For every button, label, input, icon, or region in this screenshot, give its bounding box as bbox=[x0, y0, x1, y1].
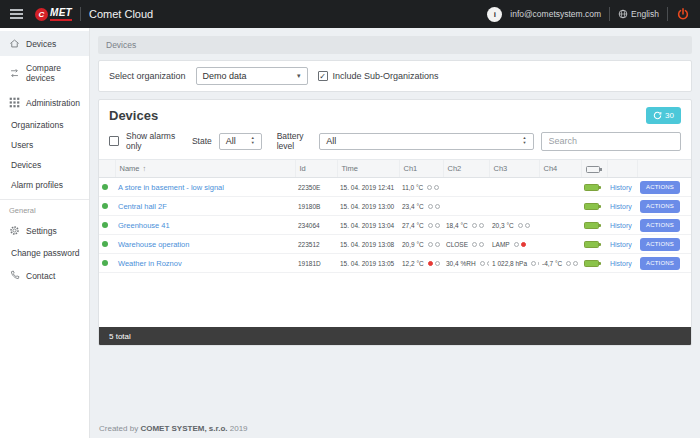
alarm-dot bbox=[428, 261, 433, 266]
topbar-divider bbox=[609, 7, 610, 21]
refresh-countdown: 30 bbox=[665, 111, 674, 120]
channel-cell: 11,0 °C bbox=[399, 178, 443, 197]
history-link[interactable]: History bbox=[610, 260, 632, 267]
state-select[interactable]: All ▲▼ bbox=[219, 133, 262, 150]
device-link[interactable]: Greenhouse 41 bbox=[118, 221, 170, 230]
channel-cell: CLOSE bbox=[443, 235, 489, 254]
alarm-dot bbox=[428, 204, 433, 209]
show-alarms-only-checkbox[interactable] bbox=[109, 136, 119, 146]
table-row: Greenhouse 4123406415. 04. 2019 13:0427,… bbox=[99, 216, 691, 235]
power-icon bbox=[676, 7, 690, 21]
history-link[interactable]: History bbox=[610, 184, 632, 191]
language-selector[interactable]: English bbox=[618, 9, 659, 19]
menu-icon[interactable] bbox=[10, 9, 23, 19]
grid-icon bbox=[9, 97, 20, 108]
devices-panel-title: Devices bbox=[109, 108, 158, 123]
total-bar: 5 total bbox=[99, 327, 691, 345]
history-link[interactable]: History bbox=[610, 222, 632, 229]
name-cell: A store in basement - low signal bbox=[115, 178, 295, 197]
table-row: Warehouse operation22351215. 04. 2019 13… bbox=[99, 235, 691, 254]
battery-icon bbox=[584, 203, 599, 210]
time-cell: 15. 04. 2019 13:05 bbox=[337, 254, 399, 273]
sidebar-item-compare-devices[interactable]: Compare devices bbox=[0, 56, 89, 90]
logo-c-icon: C bbox=[35, 8, 48, 21]
id-column-header: Id bbox=[295, 160, 337, 178]
user-email[interactable]: info@cometsystem.com bbox=[510, 9, 601, 19]
battery-cell bbox=[581, 197, 607, 216]
actions-button[interactable]: ACTIONS bbox=[640, 181, 680, 194]
battery-cell bbox=[581, 254, 607, 273]
sidebar-item-organizations[interactable]: Organizations bbox=[0, 115, 89, 135]
sidebar-item-settings[interactable]: Settings bbox=[0, 218, 89, 243]
sidebar-item-devices[interactable]: Devices bbox=[0, 31, 89, 56]
actions-button[interactable]: ACTIONS bbox=[640, 200, 680, 213]
sidebar-item-alarm-profiles[interactable]: Alarm profiles bbox=[0, 175, 89, 195]
sidebar-item-label: Settings bbox=[26, 226, 57, 236]
battery-icon bbox=[584, 241, 599, 248]
status-cell bbox=[99, 178, 115, 197]
sidebar-item-admin-devices[interactable]: Devices bbox=[0, 155, 89, 175]
time-cell: 15. 04. 2019 13:04 bbox=[337, 216, 399, 235]
channel-cell: -4,7 °C bbox=[539, 254, 581, 273]
channel-cell: LAMP bbox=[489, 235, 539, 254]
channel-cell bbox=[489, 178, 539, 197]
actions-cell: ACTIONS bbox=[637, 216, 691, 235]
actions-button[interactable]: ACTIONS bbox=[640, 238, 680, 251]
channel-cell bbox=[539, 197, 581, 216]
time-cell: 15. 04. 2019 13:00 bbox=[337, 197, 399, 216]
device-link[interactable]: Central hall 2F bbox=[118, 202, 167, 211]
history-cell: History bbox=[607, 235, 637, 254]
time-cell: 15. 04. 2019 13:08 bbox=[337, 235, 399, 254]
sidebar-item-administration[interactable]: Administration bbox=[0, 90, 89, 115]
alarm-dot bbox=[521, 242, 526, 247]
table-header-row: Name↑ Id Time Ch1 Ch2 Ch3 Ch4 bbox=[99, 160, 691, 178]
sidebar-item-change-password[interactable]: Change password bbox=[0, 243, 89, 263]
history-link[interactable]: History bbox=[610, 241, 632, 248]
gear-icon bbox=[9, 225, 20, 236]
alarm-dot bbox=[514, 242, 519, 247]
battery-icon bbox=[584, 184, 599, 191]
alarm-dot bbox=[518, 223, 523, 228]
actions-button[interactable]: ACTIONS bbox=[640, 219, 680, 232]
avatar[interactable]: i bbox=[487, 7, 502, 22]
include-sub-organizations-label: Include Sub-Organizations bbox=[333, 71, 439, 81]
status-dot bbox=[102, 260, 108, 266]
channel-cell: 20,9 °C bbox=[399, 235, 443, 254]
devices-table-body: A store in basement - low signal22350E15… bbox=[99, 178, 691, 273]
table-row: Central hall 2F19180B15. 04. 2019 13:002… bbox=[99, 197, 691, 216]
ch3-column-header: Ch3 bbox=[489, 160, 539, 178]
id-cell: 19181D bbox=[295, 254, 337, 273]
alarm-dot bbox=[428, 223, 433, 228]
sidebar: Devices Compare devices Administration O… bbox=[0, 28, 90, 438]
sidebar-item-users[interactable]: Users bbox=[0, 135, 89, 155]
language-label: English bbox=[631, 9, 659, 19]
history-link[interactable]: History bbox=[610, 203, 632, 210]
sidebar-item-contact[interactable]: Contact bbox=[0, 263, 89, 288]
alarm-dot bbox=[434, 185, 439, 190]
name-column-header[interactable]: Name↑ bbox=[115, 160, 295, 178]
actions-button[interactable]: ACTIONS bbox=[640, 257, 680, 270]
status-dot bbox=[102, 241, 108, 247]
device-link[interactable]: A store in basement - low signal bbox=[118, 183, 224, 192]
alarm-dot bbox=[566, 261, 571, 266]
battery-icon bbox=[584, 260, 599, 267]
alarm-dot bbox=[435, 261, 440, 266]
alarm-dot bbox=[428, 242, 433, 247]
battery-level-select[interactable]: All ▲▼ bbox=[319, 133, 533, 150]
channel-cell bbox=[539, 216, 581, 235]
table-spacer bbox=[99, 273, 691, 327]
search-input[interactable] bbox=[541, 132, 681, 151]
channel-cell: 1 022,8 hPa bbox=[489, 254, 539, 273]
history-cell: History bbox=[607, 254, 637, 273]
alarm-dot bbox=[479, 242, 484, 247]
spinner-arrows-icon: ▲▼ bbox=[523, 136, 527, 145]
device-link[interactable]: Weather in Roznov bbox=[118, 259, 182, 268]
include-sub-organizations-checkbox[interactable]: ✓ bbox=[318, 71, 328, 81]
topbar-divider bbox=[667, 7, 668, 21]
alarm-dot bbox=[531, 261, 536, 266]
device-link[interactable]: Warehouse operation bbox=[118, 240, 189, 249]
logout-button[interactable] bbox=[676, 7, 690, 21]
status-cell bbox=[99, 235, 115, 254]
organization-select[interactable]: Demo data ▾ bbox=[196, 67, 308, 85]
refresh-button[interactable]: 30 bbox=[646, 107, 681, 124]
